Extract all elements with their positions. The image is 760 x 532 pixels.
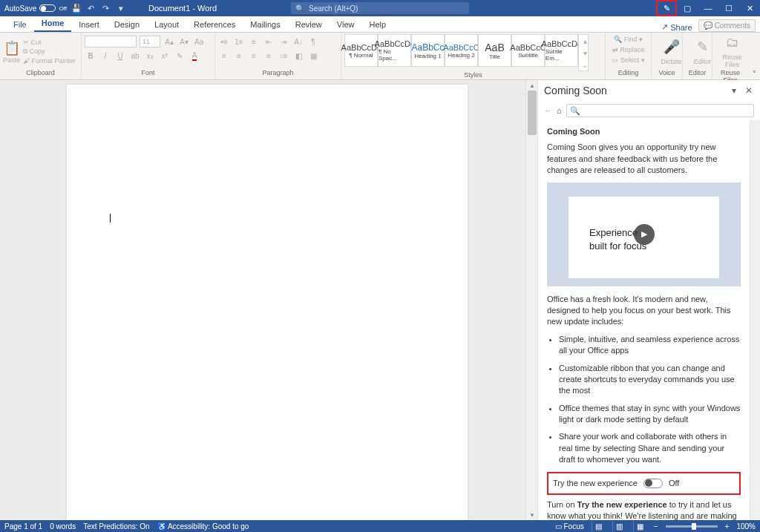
undo-icon[interactable]: ↶ [86, 3, 96, 13]
superscript-icon[interactable]: x² [159, 50, 171, 62]
underline-icon[interactable]: U [114, 50, 126, 62]
select-button[interactable]: ▭ Select ▾ [612, 56, 644, 64]
print-layout-icon[interactable]: ▥ [612, 521, 626, 531]
tab-mailings[interactable]: Mailings [243, 17, 287, 32]
style-title[interactable]: AaBTitle [478, 34, 511, 67]
maximize-icon[interactable]: ☐ [718, 0, 739, 16]
styles-down-icon[interactable]: ▾ [579, 47, 591, 59]
reuse-button[interactable]: 🗂 Reuse Files [715, 34, 749, 69]
panel-home-icon[interactable]: ⌂ [557, 106, 562, 115]
scroll-down-icon[interactable]: ▼ [526, 510, 538, 520]
document-page[interactable] [67, 85, 468, 520]
web-layout-icon[interactable]: ▦ [633, 521, 646, 531]
strikethrough-icon[interactable]: ab [129, 50, 141, 62]
shrink-font-icon[interactable]: A▾ [178, 36, 190, 47]
collapse-ribbon-icon[interactable]: ˅ [748, 33, 760, 79]
panel-options-icon[interactable]: ▾ [729, 85, 739, 96]
highlight-icon[interactable]: ✎ [174, 50, 186, 62]
grow-font-icon[interactable]: A▴ [163, 36, 175, 47]
play-icon[interactable]: ▶ [634, 224, 655, 245]
panel-close-icon[interactable]: ✕ [744, 85, 754, 96]
doc-scrollbar[interactable]: ▲ ▼ [525, 80, 537, 520]
document-area[interactable] [0, 80, 525, 520]
tab-design[interactable]: Design [107, 17, 147, 32]
scroll-thumb[interactable] [528, 91, 537, 135]
align-right-icon[interactable]: ≡ [248, 50, 260, 62]
decrease-indent-icon[interactable]: ⇤ [263, 36, 275, 47]
paste-button[interactable]: 📋 Paste [3, 40, 20, 64]
panel-search-input[interactable]: 🔍 [566, 104, 754, 117]
share-button[interactable]: ↗ Share [655, 22, 698, 32]
format-painter-button[interactable]: 🖌 Format Painter [23, 57, 76, 65]
autosave-switch[interactable] [39, 4, 56, 12]
style-nospacing[interactable]: AaBbCcDc¶ No Spac... [378, 34, 411, 67]
panel-after-video: Office has a fresh look. It's modern and… [547, 294, 741, 328]
scroll-up-icon[interactable]: ▲ [526, 80, 538, 91]
redo-icon[interactable]: ↷ [101, 3, 111, 13]
cut-button[interactable]: ✂ Cut [23, 39, 76, 46]
panel-video[interactable]: Experience built for focus ▶ [547, 183, 741, 286]
style-heading2[interactable]: AaBbCcCHeading 2 [445, 34, 478, 67]
replace-button[interactable]: ⇄ Replace [612, 46, 645, 53]
copy-button[interactable]: ⧉ Copy [23, 47, 76, 56]
tab-review[interactable]: Review [288, 17, 330, 32]
style-subtitle[interactable]: AaBbCcCSubtitle [511, 34, 545, 67]
panel-back-icon[interactable]: ← [544, 106, 552, 115]
shading-icon[interactable]: ◧ [292, 50, 304, 62]
style-normal[interactable]: AaBbCcDc¶ Normal [344, 34, 378, 67]
change-case-icon[interactable]: Aa [193, 36, 205, 47]
tab-home[interactable]: Home [34, 16, 72, 32]
justify-icon[interactable]: ≡ [263, 50, 275, 62]
comments-button[interactable]: 💬 Comments [698, 19, 756, 32]
save-icon[interactable]: 💾 [71, 3, 82, 13]
styles-up-icon[interactable]: ▴ [579, 35, 591, 47]
numbering-icon[interactable]: 1≡ [233, 36, 245, 47]
group-paragraph: •≡ 1≡ ≡ ⇤ ⇥ A↓ ¶ ≡ ≡ ≡ ≡ ↕≡ ◧ ▦ Paragrap… [215, 33, 341, 79]
status-accessibility[interactable]: ♿ Accessibility: Good to go [157, 522, 249, 531]
tab-file[interactable]: File [6, 17, 34, 32]
status-words[interactable]: 0 words [50, 522, 76, 531]
bullets-icon[interactable]: •≡ [218, 36, 230, 47]
close-icon[interactable]: ✕ [739, 0, 760, 16]
bold-icon[interactable]: B [85, 50, 96, 62]
tab-view[interactable]: View [330, 17, 362, 32]
tab-references[interactable]: References [186, 17, 243, 32]
status-predictions[interactable]: Text Predictions: On [83, 522, 149, 531]
try-experience-toggle[interactable] [643, 479, 663, 488]
font-size-dropdown[interactable]: 11 [140, 36, 160, 47]
sort-icon[interactable]: A↓ [292, 36, 304, 47]
styles-gallery[interactable]: AaBbCcDc¶ Normal AaBbCcDc¶ No Spac... Aa… [344, 34, 589, 71]
zoom-out-icon[interactable]: − [654, 522, 658, 531]
coming-soon-icon[interactable]: ✎ [664, 4, 670, 13]
tab-insert[interactable]: Insert [71, 17, 107, 32]
borders-icon[interactable]: ▦ [307, 50, 319, 62]
zoom-in-icon[interactable]: + [725, 522, 730, 531]
increase-indent-icon[interactable]: ⇥ [278, 36, 289, 47]
style-heading1[interactable]: AaBbCcHeading 1 [411, 34, 445, 67]
qat-dropdown-icon[interactable]: ▾ [116, 3, 126, 13]
panel-scrollbar[interactable] [750, 120, 760, 520]
search-box[interactable]: 🔍 Search (Alt+Q) [291, 2, 469, 14]
font-color-icon[interactable]: A [189, 50, 200, 62]
minimize-icon[interactable]: — [698, 0, 718, 16]
align-center-icon[interactable]: ≡ [233, 50, 245, 62]
tab-layout[interactable]: Layout [147, 17, 186, 32]
tab-help[interactable]: Help [361, 17, 393, 32]
line-spacing-icon[interactable]: ↕≡ [278, 50, 289, 62]
italic-icon[interactable]: I [99, 50, 111, 62]
show-marks-icon[interactable]: ¶ [307, 36, 319, 47]
status-page[interactable]: Page 1 of 1 [4, 522, 42, 531]
focus-mode-button[interactable]: ▭ Focus [555, 522, 584, 531]
style-subtleem[interactable]: AaBbCcDcSubtle Em... [545, 34, 578, 67]
subscript-icon[interactable]: x₂ [144, 50, 156, 62]
find-button[interactable]: 🔍 Find ▾ [614, 36, 643, 43]
align-left-icon[interactable]: ≡ [218, 50, 230, 62]
read-mode-icon[interactable]: ▤ [592, 521, 605, 531]
font-name-dropdown[interactable] [85, 36, 137, 47]
zoom-level[interactable]: 100% [736, 522, 756, 531]
ribbon-display-icon[interactable]: ▢ [677, 0, 698, 16]
autosave-toggle[interactable]: AutoSave Off [4, 4, 67, 13]
multilevel-icon[interactable]: ≡ [248, 36, 260, 47]
zoom-slider[interactable] [666, 525, 718, 528]
styles-more-icon[interactable]: ⌄ [579, 59, 591, 70]
